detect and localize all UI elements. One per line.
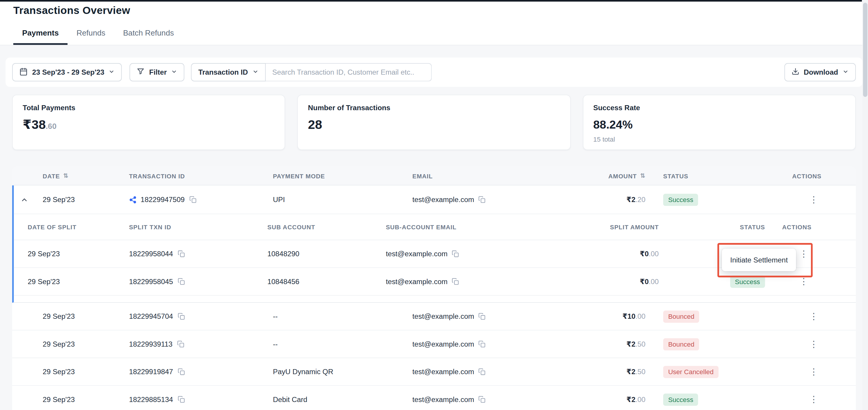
card-total-payments: Total Payments ₹38.60 [12,95,285,150]
cell-date: 29 Sep'23 [34,195,120,204]
kebab-menu-button[interactable]: ⋮ [796,275,811,288]
copy-icon[interactable] [478,396,486,403]
card-subtext: 15 total [593,136,845,144]
sort-icon: ⇅ [63,172,68,179]
column-header-split-amount: SPLIT AMOUNT [534,224,658,230]
copy-icon[interactable] [478,313,486,320]
download-icon [792,67,799,77]
status-badge: User Cancelled [663,366,719,378]
kebab-menu-button[interactable]: ⋮ [806,393,822,406]
table-row[interactable]: 29 Sep'23 18229939113 -- test@example.co… [12,330,856,358]
cell-transaction-id: 18229947509 [120,195,264,204]
cell-email: test@example.com [403,368,581,376]
scrollbar-track [862,0,868,410]
column-header-email: EMAIL [403,172,581,179]
cell-split-amount: ₹0.00 [534,277,658,286]
cell-split-amount: ₹0.00 [534,250,658,258]
cell-email: test@example.com [403,340,581,348]
copy-icon[interactable] [478,340,486,347]
cell-transaction-id: 18229945704 [120,312,264,320]
copy-icon[interactable] [189,196,196,203]
cell-status: User Cancelled [651,366,745,378]
initiate-settlement-popup[interactable]: Initiate Settlement [722,249,796,271]
search-combo: Transaction ID [191,63,432,82]
chevron-down-icon [171,68,178,76]
kebab-menu-button[interactable]: ⋮ [806,310,822,323]
table-row[interactable]: 29 Sep'23 18229919847 PayU Dynamic QR te… [12,358,856,386]
cell-transaction-id: 18229939113 [120,340,264,348]
filter-button[interactable]: Filter [130,63,185,82]
cell-date: 29 Sep'23 [34,395,120,404]
column-header-status: STATUS [651,172,745,179]
collapse-row-button[interactable] [20,196,28,203]
search-category-label: Transaction ID [198,68,248,76]
download-label: Download [804,68,838,76]
kebab-menu-button[interactable]: ⋮ [806,338,822,351]
split-table-header-row: DATE OF SPLIT SPLIT TXN ID SUB ACCOUNT S… [14,214,856,240]
tab-batch-refunds[interactable]: Batch Refunds [114,23,183,45]
column-header-split-status: STATUS [659,224,768,230]
copy-icon[interactable] [178,368,185,375]
cell-transaction-id: 18229885134 [120,395,264,404]
cell-email: test@example.com [403,195,581,204]
cell-payment-mode: -- [264,340,403,348]
date-range-label: 23 Sep'23 - 29 Sep'23 [32,68,104,76]
scrollbar-thumb[interactable] [863,3,867,97]
cell-split-status: Success [659,276,768,288]
search-category-select[interactable]: Transaction ID [191,63,266,82]
cell-payment-mode: PayU Dynamic QR [264,368,403,376]
tab-payments[interactable]: Payments [13,23,67,45]
chevron-down-icon [252,68,259,76]
cell-payment-mode: Debit Card [264,395,403,404]
copy-icon[interactable] [178,250,185,257]
table-row[interactable]: 29 Sep'23 18229885134 Debit Card test@ex… [12,386,856,410]
column-header-date[interactable]: DATE⇅ [34,172,120,179]
tab-refunds[interactable]: Refunds [67,23,114,45]
copy-icon[interactable] [178,396,185,403]
sort-icon: ⇅ [640,172,646,179]
cell-date: 29 Sep'23 [34,340,120,348]
copy-icon[interactable] [452,278,459,285]
column-header-payment-mode: PAYMENT MODE [264,172,403,179]
cell-sub-account: 10848290 [254,250,372,258]
cell-email: test@example.com [403,312,581,320]
column-header-transaction-id: TRANSACTION ID [120,172,264,179]
cell-amount: ₹2.00 [581,395,651,404]
kebab-menu-button[interactable]: ⋮ [806,365,822,378]
transactions-table: DATE⇅ TRANSACTION ID PAYMENT MODE EMAIL … [12,166,856,410]
column-header-date-of-split: DATE OF SPLIT [14,224,115,230]
column-header-actions: ACTIONS [745,172,856,179]
status-badge: Bounced [663,310,700,322]
table-row[interactable]: 29 Sep'23 18229947509 UPI test@example.c… [14,185,856,214]
cell-sub-account-email: test@example.com [372,250,534,258]
card-number-of-transactions: Number of Transactions 28 [298,95,570,150]
calendar-icon [19,67,28,77]
copy-icon[interactable] [478,368,486,375]
copy-icon[interactable] [452,250,459,257]
chevron-down-icon [842,68,849,76]
cell-status: Bounced [651,338,745,350]
download-button[interactable]: Download [784,63,856,82]
cell-split-txn-id: 18229958045 [115,277,254,286]
date-range-button[interactable]: 23 Sep'23 - 29 Sep'23 [12,63,122,82]
cell-transaction-id: 18229919847 [120,368,264,376]
page-header: Transactions Overview Payments Refunds B… [0,2,868,45]
cell-amount: ₹10.00 [581,312,651,320]
copy-icon[interactable] [178,278,185,285]
kebab-menu-button[interactable]: ⋮ [806,193,822,206]
cell-date-of-split: 29 Sep'23 [14,277,115,286]
column-header-sub-account-email: SUB-ACCOUNT EMAIL [372,224,534,230]
search-input[interactable] [266,63,432,82]
copy-icon[interactable] [177,340,184,347]
cell-date: 29 Sep'23 [34,368,120,376]
table-row[interactable]: 29 Sep'23 18229945704 -- test@example.co… [12,303,856,330]
kebab-menu-button[interactable]: ⋮ [796,247,811,260]
cell-sub-account-email: test@example.com [372,277,534,286]
cell-amount: ₹2.20 [581,195,651,204]
status-badge: Success [730,276,765,288]
status-badge: Success [663,193,698,206]
split-payment-icon [129,196,136,203]
column-header-amount[interactable]: AMOUNT⇅ [581,172,651,179]
copy-icon[interactable] [478,196,486,203]
copy-icon[interactable] [178,313,185,320]
